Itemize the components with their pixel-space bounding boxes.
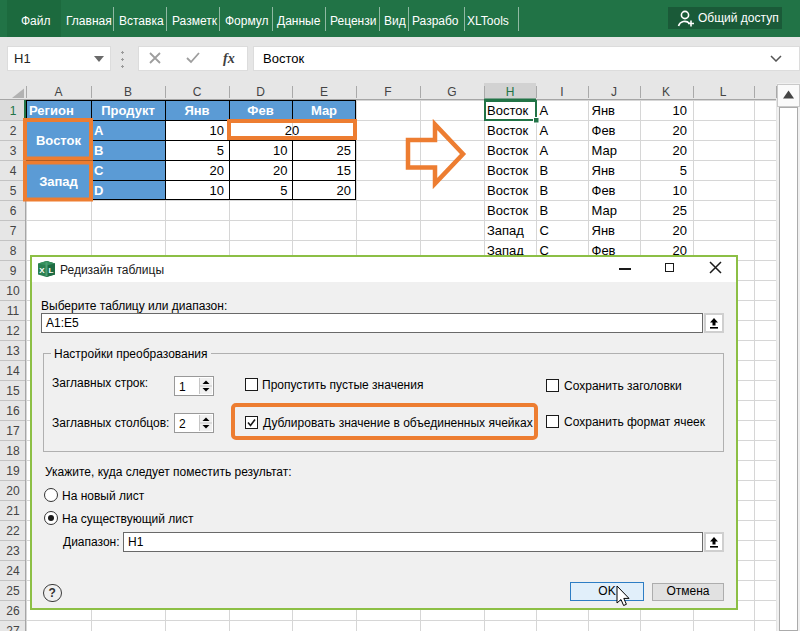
svg-text:20: 20	[285, 123, 299, 138]
svg-text:Восток: Восток	[487, 183, 528, 198]
svg-text:B: B	[124, 85, 132, 99]
svg-text:12: 12	[6, 324, 20, 338]
svg-text:20: 20	[210, 163, 224, 178]
svg-text:10: 10	[6, 284, 20, 298]
svg-text:24: 24	[6, 564, 20, 578]
svg-text:6: 6	[10, 204, 17, 218]
svg-text:15: 15	[337, 163, 351, 178]
svg-text:Запад: Запад	[39, 174, 78, 189]
svg-text:K: K	[662, 85, 670, 99]
svg-text:4: 4	[10, 164, 17, 178]
svg-text:Янв: Янв	[592, 163, 616, 178]
svg-text:27: 27	[6, 624, 20, 631]
svg-text:5: 5	[10, 184, 17, 198]
svg-text:22: 22	[6, 524, 20, 538]
svg-text:20: 20	[337, 183, 351, 198]
svg-text:B: B	[540, 203, 549, 218]
svg-text:D: D	[94, 183, 103, 198]
svg-text:16: 16	[6, 404, 20, 418]
svg-text:2: 2	[10, 124, 17, 138]
svg-text:B: B	[94, 143, 103, 158]
svg-text:Янв: Янв	[592, 103, 616, 118]
svg-text:25: 25	[673, 203, 687, 218]
svg-text:10: 10	[210, 123, 224, 138]
svg-text:18: 18	[6, 444, 20, 458]
svg-text:17: 17	[6, 424, 20, 438]
svg-text:21: 21	[6, 504, 20, 518]
svg-text:19: 19	[6, 464, 20, 478]
svg-text:F: F	[384, 85, 391, 99]
svg-text:5: 5	[217, 143, 224, 158]
svg-text:Янв: Янв	[184, 103, 209, 118]
svg-text:A: A	[540, 143, 549, 158]
svg-text:25: 25	[6, 584, 20, 598]
svg-text:G: G	[447, 85, 456, 99]
svg-text:Восток: Восток	[487, 123, 528, 138]
svg-text:Мар: Мар	[311, 103, 337, 118]
svg-text:H: H	[506, 85, 515, 99]
svg-text:Мар: Мар	[592, 143, 617, 158]
svg-text:10: 10	[210, 183, 224, 198]
svg-text:11: 11	[7, 304, 20, 318]
svg-text:7: 7	[10, 224, 17, 238]
svg-text:Регион: Регион	[29, 103, 74, 118]
svg-text:25: 25	[337, 143, 351, 158]
svg-text:B: B	[540, 163, 549, 178]
svg-text:Восток: Восток	[487, 103, 528, 118]
svg-text:Восток: Восток	[487, 203, 528, 218]
svg-text:Фев: Фев	[247, 103, 273, 118]
svg-text:20: 20	[6, 484, 20, 498]
svg-text:13: 13	[6, 344, 20, 358]
svg-text:Восток: Восток	[487, 143, 528, 158]
svg-text:E: E	[320, 85, 328, 99]
svg-text:26: 26	[6, 604, 20, 618]
svg-text:C: C	[193, 85, 202, 99]
svg-text:10: 10	[273, 143, 287, 158]
svg-text:A: A	[54, 85, 62, 99]
svg-text:X: X	[39, 266, 45, 275]
svg-text:Продукт: Продукт	[101, 103, 155, 118]
svg-text:Фев: Фев	[592, 183, 616, 198]
svg-text:A: A	[540, 103, 549, 118]
svg-text:Запад: Запад	[487, 223, 524, 238]
svg-text:1: 1	[10, 104, 17, 118]
svg-text:Мар: Мар	[592, 203, 617, 218]
svg-text:D: D	[256, 85, 265, 99]
svg-text:5: 5	[280, 183, 287, 198]
svg-text:Восток: Восток	[487, 163, 528, 178]
svg-text:C: C	[94, 163, 104, 178]
svg-text:Янв: Янв	[592, 223, 616, 238]
svg-text:20: 20	[673, 143, 687, 158]
svg-text:20: 20	[673, 223, 687, 238]
svg-text:fx: fx	[223, 51, 235, 66]
svg-text:8: 8	[10, 244, 17, 258]
svg-text:23: 23	[6, 544, 20, 558]
svg-text:L: L	[49, 266, 54, 275]
svg-text:14: 14	[6, 364, 20, 378]
svg-text:10: 10	[673, 103, 687, 118]
svg-text:9: 9	[10, 264, 17, 278]
svg-text:A: A	[540, 123, 549, 138]
svg-text:I: I	[560, 85, 563, 99]
svg-text:J: J	[611, 85, 617, 99]
svg-text:20: 20	[673, 123, 687, 138]
svg-text:L: L	[720, 85, 727, 99]
svg-text:5: 5	[680, 163, 687, 178]
svg-text:A: A	[94, 123, 104, 138]
svg-text:B: B	[540, 183, 549, 198]
svg-text:Восток: Восток	[36, 133, 82, 148]
svg-text:C: C	[540, 223, 549, 238]
svg-text:10: 10	[673, 183, 687, 198]
svg-text:Фев: Фев	[592, 123, 616, 138]
svg-text:3: 3	[10, 144, 17, 158]
svg-text:20: 20	[273, 163, 287, 178]
svg-text:15: 15	[6, 384, 20, 398]
